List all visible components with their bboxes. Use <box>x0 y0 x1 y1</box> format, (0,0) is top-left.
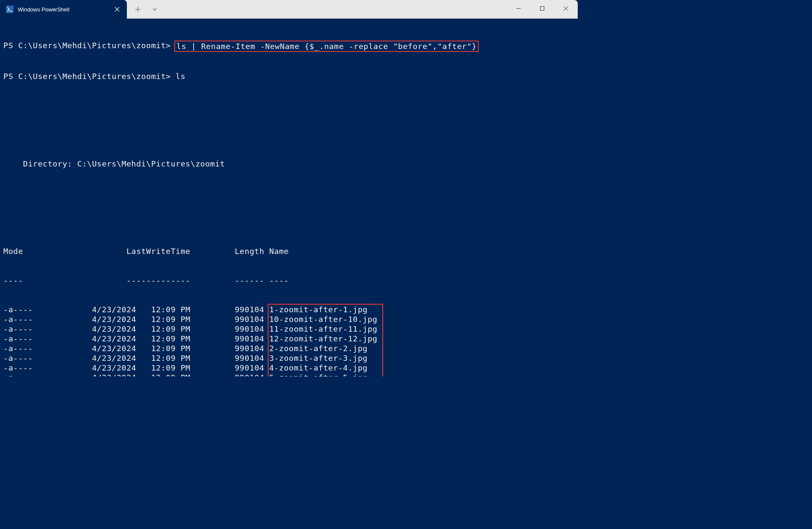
svg-rect-0 <box>540 7 544 11</box>
blank-line <box>3 101 574 110</box>
blank-line <box>3 130 574 139</box>
table-row: -a---- 4/23/2024 12:09 PM 990104 3-zoomi… <box>3 353 574 363</box>
table-divider-row: ---- ------------- ------ ---- <box>3 275 574 285</box>
maximize-button[interactable] <box>530 0 554 17</box>
table-row: -a---- 4/23/2024 12:09 PM 990104 2-zoomi… <box>3 344 574 353</box>
table-row: -a---- 4/23/2024 12:09 PM 990104 1-zoomi… <box>3 305 574 314</box>
close-window-button[interactable] <box>554 0 578 17</box>
powershell-icon <box>6 5 14 13</box>
tab-actions <box>127 0 162 19</box>
command-text: ls <box>176 71 185 81</box>
tab-title: Windows PowerShell <box>18 6 109 13</box>
prompt-text: PS C:\Users\Mehdi\Pictures\zoomit> <box>3 71 171 81</box>
tab-dropdown-button[interactable] <box>147 2 162 17</box>
new-tab-button[interactable] <box>130 2 145 17</box>
table-row: -a---- 4/23/2024 12:09 PM 990104 5-zoomi… <box>3 373 574 376</box>
table-row: -a---- 4/23/2024 12:09 PM 990104 11-zoom… <box>3 324 574 334</box>
tab-powershell[interactable]: Windows PowerShell <box>0 0 127 19</box>
close-tab-icon[interactable] <box>113 5 121 13</box>
window-controls <box>507 0 578 19</box>
prompt-text: PS C:\Users\Mehdi\Pictures\zoomit> <box>3 41 171 52</box>
table-row: -a---- 4/23/2024 12:09 PM 990104 4-zoomi… <box>3 363 574 373</box>
blank-line <box>3 188 574 198</box>
blank-line <box>3 217 574 227</box>
minimize-button[interactable] <box>507 0 530 17</box>
table-row: -a---- 4/23/2024 12:09 PM 990104 10-zoom… <box>3 314 574 324</box>
table-row: -a---- 4/23/2024 12:09 PM 990104 12-zoom… <box>3 334 574 344</box>
directory-line: Directory: C:\Users\Mehdi\Pictures\zoomi… <box>3 159 574 169</box>
highlighted-command: ls | Rename-Item -NewName {$_.name -repl… <box>174 41 479 52</box>
table-data-rows: -a---- 4/23/2024 12:09 PM 990104 1-zoomi… <box>3 305 574 376</box>
prompt-line-1: PS C:\Users\Mehdi\Pictures\zoomit> ls | … <box>3 41 574 52</box>
prompt-line-2: PS C:\Users\Mehdi\Pictures\zoomit> ls <box>3 71 574 81</box>
table-header-row: Mode LastWriteTime Length Name <box>3 246 574 256</box>
titlebar: Windows PowerShell <box>0 0 578 19</box>
terminal-output[interactable]: PS C:\Users\Mehdi\Pictures\zoomit> ls | … <box>0 19 578 376</box>
